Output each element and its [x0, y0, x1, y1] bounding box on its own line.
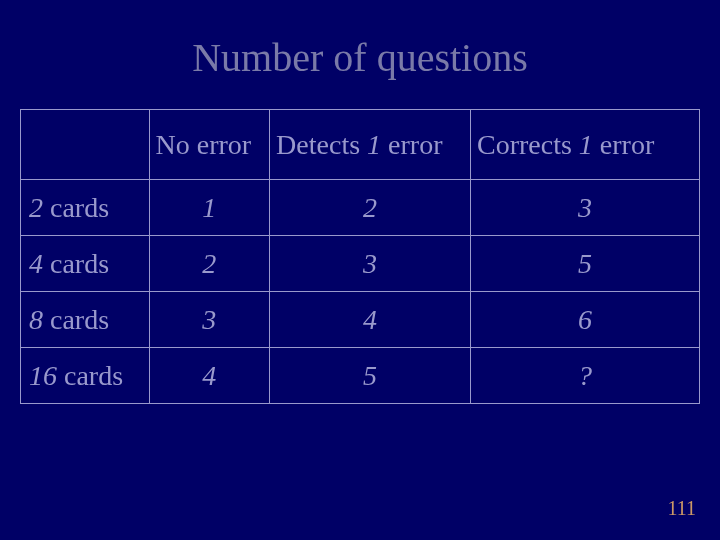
cell-value: 4 [149, 348, 270, 404]
row-label-word: cards [43, 192, 109, 223]
header-corrects-num: 1 [579, 129, 593, 160]
questions-table: No error Detects 1 error Corrects 1 erro… [20, 109, 700, 404]
page-number: 111 [667, 497, 696, 520]
row-label-num: 4 [29, 248, 43, 279]
header-no-error: No error [149, 110, 270, 180]
questions-table-wrap: No error Detects 1 error Corrects 1 erro… [20, 109, 700, 404]
table-row: 4 cards 2 3 5 [21, 236, 700, 292]
header-detects-suffix: error [381, 129, 442, 160]
cell-value: 3 [149, 292, 270, 348]
row-label: 16 cards [21, 348, 150, 404]
table-row: 16 cards 4 5 ? [21, 348, 700, 404]
header-detects-1-error: Detects 1 error [270, 110, 471, 180]
header-detects-prefix: Detects [276, 129, 367, 160]
table-header-row: No error Detects 1 error Corrects 1 erro… [21, 110, 700, 180]
row-label-num: 2 [29, 192, 43, 223]
row-label: 8 cards [21, 292, 150, 348]
cell-value: 3 [470, 180, 699, 236]
cell-value: 1 [149, 180, 270, 236]
cell-value: 2 [270, 180, 471, 236]
cell-value: ? [470, 348, 699, 404]
header-corrects-prefix: Corrects [477, 129, 579, 160]
header-corrects-suffix: error [593, 129, 654, 160]
row-label-word: cards [43, 304, 109, 335]
cell-value: 5 [270, 348, 471, 404]
header-corrects-1-error: Corrects 1 error [470, 110, 699, 180]
row-label-num: 8 [29, 304, 43, 335]
table-row: 2 cards 1 2 3 [21, 180, 700, 236]
header-detects-num: 1 [367, 129, 381, 160]
cell-value: 3 [270, 236, 471, 292]
slide: Number of questions No error Detects 1 e… [0, 0, 720, 540]
row-label-word: cards [57, 360, 123, 391]
row-label-num: 16 [29, 360, 57, 391]
cell-value: 6 [470, 292, 699, 348]
cell-value: 2 [149, 236, 270, 292]
row-label-word: cards [43, 248, 109, 279]
table-row: 8 cards 3 4 6 [21, 292, 700, 348]
row-label: 2 cards [21, 180, 150, 236]
slide-title: Number of questions [0, 0, 720, 81]
cell-value: 4 [270, 292, 471, 348]
cell-value: 5 [470, 236, 699, 292]
header-blank [21, 110, 150, 180]
row-label: 4 cards [21, 236, 150, 292]
